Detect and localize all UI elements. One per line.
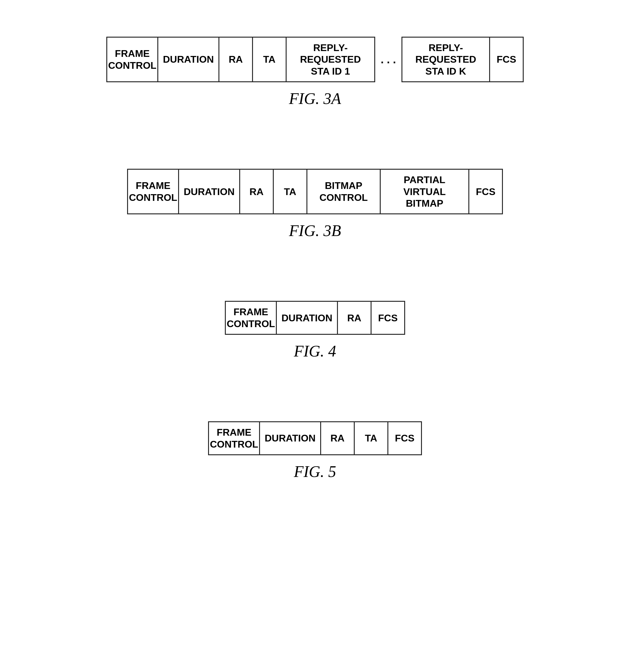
cell-ra-5: RA (321, 421, 355, 455)
cell-duration-3b: DURATION (179, 169, 240, 214)
frame-row-fig3a: FRAMECONTROL DURATION RA TA REPLY-REQUES… (106, 37, 524, 82)
diagram-fig5: FRAMECONTROL DURATION RA TA FCS FIG. 5 (0, 403, 630, 487)
diagram-fig3b: FRAMECONTROL DURATION RA TA BITMAPCONTRO… (0, 150, 630, 246)
cell-frame-control-3a: FRAMECONTROL (106, 37, 158, 82)
cell-fcs-4: FCS (372, 301, 405, 335)
cell-reply-req-1: REPLY-REQUESTEDSTA ID 1 (286, 37, 375, 82)
cell-frame-control-3b: FRAMECONTROL (127, 169, 179, 214)
cell-dots-3a: . . . (375, 37, 401, 82)
cell-partial-virtual-bitmap: PARTIAL VIRTUALBITMAP (381, 169, 469, 214)
cell-fcs-3b: FCS (469, 169, 503, 214)
cell-reply-req-k: REPLY-REQUESTEDSTA ID K (401, 37, 490, 82)
fig-label-4: FIG. 4 (294, 342, 336, 360)
frame-row-fig5: FRAMECONTROL DURATION RA TA FCS (208, 421, 422, 455)
fig-label-5: FIG. 5 (294, 462, 336, 481)
cell-ta-3b: TA (274, 169, 307, 214)
cell-ra-3a: RA (219, 37, 253, 82)
cell-duration-4: DURATION (277, 301, 338, 335)
cell-ta-5: TA (355, 421, 388, 455)
cell-fcs-5: FCS (388, 421, 422, 455)
fig-label-3a: FIG. 3A (289, 90, 341, 107)
cell-ra-4: RA (338, 301, 372, 335)
cell-frame-control-4: FRAMECONTROL (225, 301, 277, 335)
diagram-fig3a: FRAMECONTROL DURATION RA TA REPLY-REQUES… (0, 18, 630, 114)
cell-duration-5: DURATION (260, 421, 321, 455)
cell-frame-control-5: FRAMECONTROL (208, 421, 260, 455)
cell-bitmap-control: BITMAPCONTROL (307, 169, 381, 214)
diagram-fig4: FRAMECONTROL DURATION RA FCS FIG. 4 (0, 283, 630, 366)
cell-duration-3a: DURATION (158, 37, 219, 82)
fig-label-3b: FIG. 3B (289, 222, 341, 240)
cell-ra-3b: RA (240, 169, 274, 214)
cell-fcs-3a: FCS (490, 37, 524, 82)
frame-row-fig3b: FRAMECONTROL DURATION RA TA BITMAPCONTRO… (127, 169, 503, 214)
cell-ta-3a: TA (253, 37, 286, 82)
frame-row-fig4: FRAMECONTROL DURATION RA FCS (225, 301, 405, 335)
